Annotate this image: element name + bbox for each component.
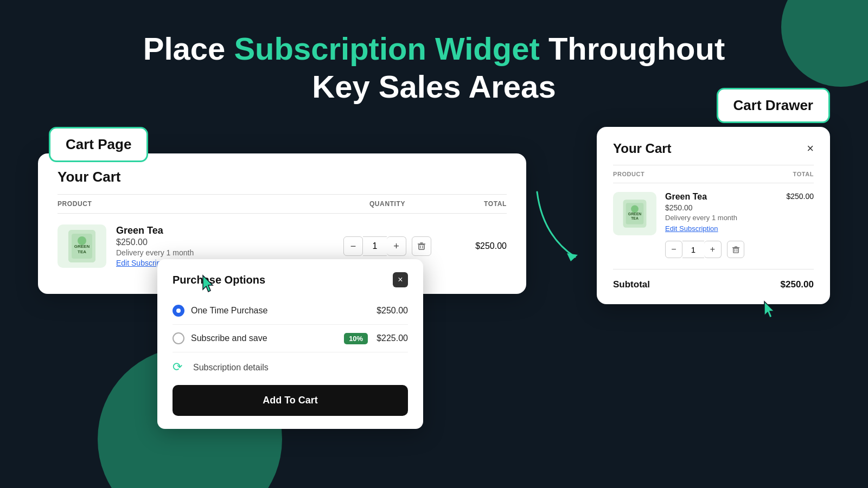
- cursor-icon-left: [201, 274, 217, 296]
- qty-increase-button[interactable]: +: [387, 236, 406, 256]
- item-name: Green Tea: [116, 225, 333, 236]
- subscription-details-row: ⟳ Subscription details: [173, 352, 408, 385]
- cursor-icon-right: [762, 300, 778, 322]
- svg-text:TEA: TEA: [631, 216, 639, 220]
- arrow-decoration-center: [532, 181, 602, 268]
- cart-drawer-modal: Your Cart × PRODUCT TOTAL GREEN TEA: [597, 127, 830, 304]
- option-one-time-price: $250.00: [376, 306, 408, 316]
- cart-page-label: Cart Page: [49, 127, 148, 162]
- svg-point-5: [78, 236, 86, 245]
- drawer-item-row: GREEN TEA Green Tea $250.00 Delivery eve…: [613, 192, 814, 258]
- drawer-close-button[interactable]: ×: [807, 142, 814, 156]
- drawer-item-info: Green Tea $250.00 Delivery every 1 month…: [665, 192, 737, 233]
- trash-icon: [417, 242, 426, 251]
- content-area: Cart Page Your Cart PRODUCT QUANTITY TOT…: [0, 127, 868, 304]
- radio-one-time[interactable]: [173, 305, 184, 317]
- cursor-svg-right: [762, 300, 778, 320]
- tea-bag-icon: GREEN TEA: [63, 227, 101, 265]
- drawer-qty-increase[interactable]: +: [704, 241, 722, 258]
- item-image: GREEN TEA: [58, 224, 106, 268]
- drawer-title: Your Cart: [613, 141, 672, 156]
- purchase-options-modal: Purchase Options × One Time Purchase $25…: [157, 259, 423, 429]
- cart-modal-title: Your Cart: [58, 169, 507, 185]
- add-to-cart-button[interactable]: Add To Cart: [173, 385, 408, 416]
- drawer-header: Your Cart ×: [613, 141, 814, 156]
- subscription-details-text: Subscription details: [193, 363, 269, 373]
- svg-rect-19: [733, 248, 738, 252]
- drawer-qty-value: 1: [682, 241, 704, 258]
- purchase-options-title: Purchase Options: [173, 274, 265, 286]
- cart-drawer-label: Cart Drawer: [717, 88, 830, 123]
- drawer-tea-bag-icon: GREEN TEA: [618, 197, 651, 230]
- item-total-price: $250.00: [442, 241, 507, 251]
- cursor-svg-left: [201, 274, 217, 294]
- drawer-item-total: $250.00: [786, 192, 814, 201]
- drawer-col-total: TOTAL: [793, 171, 814, 177]
- svg-point-18: [631, 206, 639, 213]
- drawer-subtotal-label: Subtotal: [613, 279, 650, 290]
- drawer-item-price: $250.00: [665, 203, 737, 212]
- radio-subscribe[interactable]: [173, 332, 184, 344]
- cart-page-section: Cart Page Your Cart PRODUCT QUANTITY TOT…: [38, 127, 526, 304]
- drawer-subtotal-value: $250.00: [781, 279, 814, 290]
- drawer-item-name: Green Tea: [665, 192, 737, 202]
- delete-item-button[interactable]: [412, 236, 431, 256]
- subscription-icon: ⟳: [173, 360, 188, 375]
- save-badge: 10%: [344, 333, 368, 344]
- col-header-quantity: QUANTITY: [333, 200, 442, 208]
- drawer-item-details: Green Tea $250.00 Delivery every 1 month…: [665, 192, 814, 258]
- drawer-trash-icon: [732, 246, 740, 254]
- drawer-subtotal: Subtotal $250.00: [613, 269, 814, 290]
- qty-decrease-button[interactable]: −: [343, 236, 363, 256]
- svg-text:TEA: TEA: [78, 249, 86, 254]
- drawer-item-delivery: Delivery every 1 month: [665, 214, 737, 222]
- col-header-total: TOTAL: [442, 200, 507, 208]
- col-header-product: PRODUCT: [58, 200, 333, 208]
- option-row-one-time: One Time Purchase $250.00: [173, 297, 408, 325]
- qty-control: − 1 +: [333, 236, 442, 256]
- option-row-subscribe: Subscribe and save 10% $225.00: [173, 325, 408, 352]
- svg-rect-7: [419, 245, 424, 249]
- option-subscribe-label: Subscribe and save: [191, 333, 339, 343]
- cart-drawer-section: Cart Drawer Your Cart × PRODUCT TOTAL GR…: [597, 127, 830, 304]
- qty-value: 1: [363, 236, 387, 256]
- option-subscribe-price: $225.00: [376, 333, 408, 343]
- item-delivery: Delivery every 1 month: [116, 248, 333, 257]
- drawer-col-product: PRODUCT: [613, 171, 644, 177]
- item-price: $250.00: [116, 237, 333, 247]
- drawer-edit-subscription-link[interactable]: Edit Subscription: [665, 224, 718, 233]
- drawer-delete-item[interactable]: [727, 241, 744, 258]
- drawer-table-header: PRODUCT TOTAL: [613, 165, 814, 183]
- purchase-options-close[interactable]: ×: [393, 272, 408, 287]
- drawer-item-image: GREEN TEA: [613, 192, 656, 235]
- drawer-qty-control: − 1 +: [665, 241, 814, 258]
- svg-marker-13: [567, 253, 578, 261]
- option-one-time-label: One Time Purchase: [191, 306, 368, 316]
- drawer-qty-decrease[interactable]: −: [665, 241, 682, 258]
- cart-table-header: PRODUCT QUANTITY TOTAL: [58, 194, 507, 214]
